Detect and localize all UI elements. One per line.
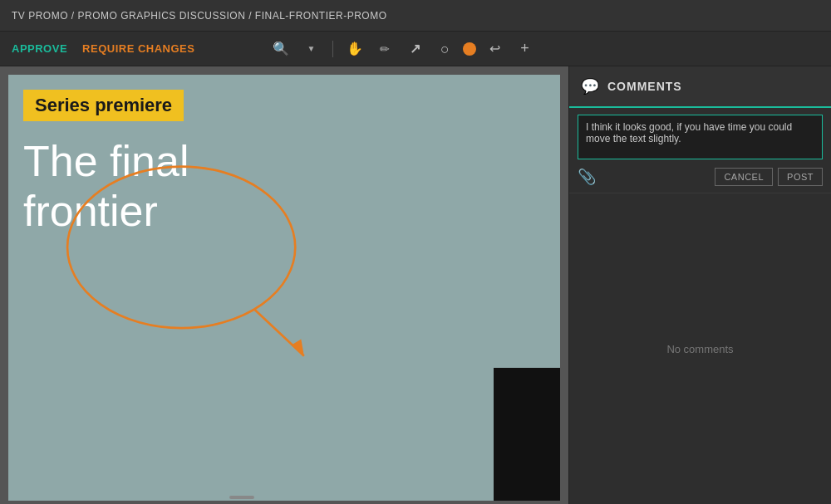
chat-icon: 💬 [581,77,599,95]
color-picker[interactable] [463,42,476,56]
circle-tool[interactable]: ○ [433,37,456,61]
svg-marker-2 [292,339,304,355]
main-content: Series premiere The final frontier 💬 COM… [0,66,831,504]
zoom-tool[interactable]: 🔍 [269,37,293,61]
undo-icon: ↩ [489,41,500,56]
hand-icon: ✋ [347,41,363,56]
series-premiere-badge: Series premiere [23,90,184,121]
top-bar: TV PROMO / PROMO GRAPHICS DISCUSSION / F… [0,0,831,32]
post-button[interactable]: POST [778,168,823,186]
circle-icon: ○ [440,42,450,56]
main-text-line1: The final [23,137,189,187]
plus-icon: + [520,40,529,57]
breadcrumb: TV PROMO / PROMO GRAPHICS DISCUSSION / F… [12,10,387,22]
undo-tool[interactable]: ↩ [483,37,506,61]
hand-tool[interactable]: ✋ [343,37,366,61]
main-text: The final frontier [23,137,189,237]
require-changes-button[interactable]: REQUIRE CHANGES [82,42,194,55]
graphic-container: Series premiere The final frontier [8,75,560,501]
comments-header: 💬 COMMENTS [569,66,831,108]
zoom-icon: 🔍 [273,41,289,56]
tool-separator-1 [332,41,333,57]
approve-button[interactable]: APPROVE [12,42,67,55]
canvas-area[interactable]: Series premiere The final frontier [0,66,568,504]
drawing-tools: 🔍 ▼ ✋ ✏ ↗ ○ ↩ + [269,37,536,61]
scroll-indicator [229,496,254,499]
toolbar: APPROVE REQUIRE CHANGES 🔍 ▼ ✋ ✏ ↗ ○ ↩ + [0,32,831,66]
cancel-button[interactable]: CANCEL [715,168,773,186]
comment-input[interactable] [578,115,823,159]
arrow-tool[interactable]: ↗ [403,37,426,61]
arrow-icon: ↗ [410,41,420,56]
comments-title: COMMENTS [607,80,682,93]
black-rect [494,368,560,501]
add-tool[interactable]: + [513,37,536,61]
comment-actions: 📎 CANCEL POST [578,168,823,186]
comment-input-area: 📎 CANCEL POST [569,108,831,193]
comments-panel: 💬 COMMENTS 📎 CANCEL POST No comments [568,66,831,504]
action-buttons: APPROVE REQUIRE CHANGES [12,42,194,55]
attach-icon[interactable]: 📎 [578,168,596,186]
zoom-dropdown[interactable]: ▼ [299,37,322,61]
pen-tool[interactable]: ✏ [373,37,396,61]
svg-line-1 [255,310,304,356]
comment-buttons: CANCEL POST [715,168,823,186]
main-text-line2: frontier [23,187,189,237]
no-comments-message: No comments [569,193,831,504]
pen-icon: ✏ [380,42,390,56]
